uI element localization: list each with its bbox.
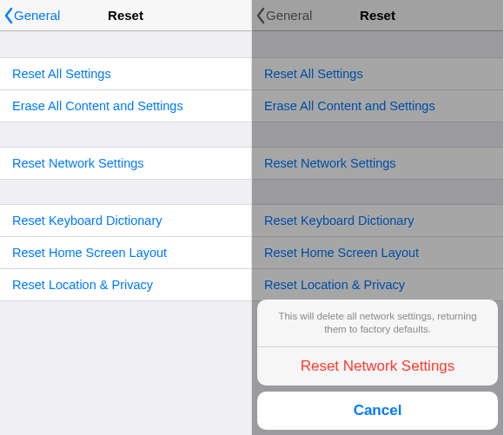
- back-button[interactable]: General: [0, 7, 60, 24]
- sheet-cancel-button[interactable]: Cancel: [257, 392, 498, 430]
- erase-all-content[interactable]: Erase All Content and Settings: [252, 90, 503, 122]
- reset-home-screen-layout[interactable]: Reset Home Screen Layout: [252, 237, 503, 269]
- screen-right: General Reset Reset All Settings Erase A…: [252, 0, 504, 435]
- group-3: Reset Keyboard Dictionary Reset Home Scr…: [252, 204, 503, 301]
- reset-all-settings[interactable]: Reset All Settings: [0, 57, 251, 90]
- sheet-message: This will delete all network settings, r…: [257, 300, 498, 347]
- reset-keyboard-dictionary[interactable]: Reset Keyboard Dictionary: [0, 204, 251, 237]
- group-2: Reset Network Settings: [0, 147, 251, 180]
- sheet-destructive-button[interactable]: Reset Network Settings: [257, 347, 498, 386]
- reset-keyboard-dictionary[interactable]: Reset Keyboard Dictionary: [252, 204, 503, 237]
- back-label: General: [266, 8, 312, 23]
- chevron-left-icon: [3, 7, 14, 24]
- back-label: General: [14, 8, 60, 23]
- action-sheet: This will delete all network settings, r…: [257, 300, 498, 430]
- group-3: Reset Keyboard Dictionary Reset Home Scr…: [0, 204, 251, 301]
- reset-all-settings[interactable]: Reset All Settings: [252, 57, 503, 90]
- reset-location-privacy[interactable]: Reset Location & Privacy: [0, 269, 251, 301]
- screen-left: General Reset Reset All Settings Erase A…: [0, 0, 252, 435]
- group-1: Reset All Settings Erase All Content and…: [252, 57, 503, 122]
- reset-network-settings[interactable]: Reset Network Settings: [0, 147, 251, 180]
- navbar: General Reset: [0, 0, 251, 31]
- back-button[interactable]: General: [252, 7, 312, 24]
- group-2: Reset Network Settings: [252, 147, 503, 180]
- reset-location-privacy[interactable]: Reset Location & Privacy: [252, 269, 503, 301]
- erase-all-content[interactable]: Erase All Content and Settings: [0, 90, 251, 122]
- reset-home-screen-layout[interactable]: Reset Home Screen Layout: [0, 237, 251, 269]
- group-1: Reset All Settings Erase All Content and…: [0, 57, 251, 122]
- reset-network-settings[interactable]: Reset Network Settings: [252, 147, 503, 180]
- chevron-left-icon: [255, 7, 266, 24]
- navbar: General Reset: [252, 0, 503, 31]
- settings-list: Reset All Settings Erase All Content and…: [0, 31, 251, 435]
